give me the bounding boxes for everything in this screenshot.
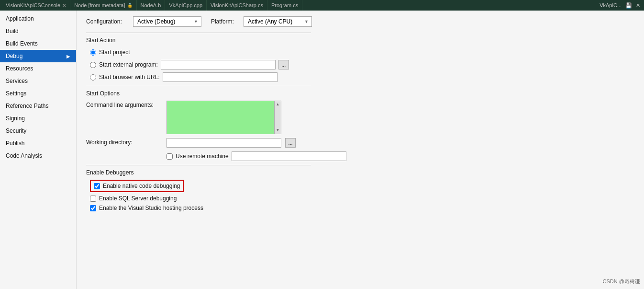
vs-hosting-checkbox[interactable] bbox=[90, 205, 96, 211]
chevron-down-icon: ▼ bbox=[193, 19, 199, 24]
radio-start-external-label: Start external program: bbox=[99, 61, 158, 68]
remote-machine-label: Use remote machine bbox=[176, 153, 229, 160]
browse-external-button[interactable]: ... bbox=[278, 60, 289, 69]
remote-machine-checkbox[interactable] bbox=[167, 153, 173, 160]
sidebar-item-label: Reference Paths bbox=[6, 103, 48, 109]
native-debug-label: Enable native code debugging bbox=[103, 183, 180, 189]
config-select-value: Active (Debug) bbox=[135, 18, 193, 25]
radio-start-project[interactable] bbox=[90, 49, 96, 56]
sidebar-item-label: Build bbox=[6, 28, 19, 35]
sidebar-item-label: Application bbox=[6, 15, 34, 22]
tab-label: VisionKitApiCSConsole bbox=[6, 2, 60, 8]
sql-debug-label: Enable SQL Server debugging bbox=[99, 195, 177, 202]
remote-machine-input[interactable] bbox=[232, 151, 346, 161]
sidebar-item-signing[interactable]: Signing bbox=[0, 112, 76, 125]
start-external-input[interactable] bbox=[161, 60, 276, 69]
tab-visionkit[interactable]: VisionKitApiCSConsole ✕ bbox=[2, 0, 70, 11]
working-dir-input[interactable] bbox=[167, 138, 281, 148]
scroll-up-icon[interactable]: ▲ bbox=[276, 101, 280, 108]
command-line-label: Command line arguments: bbox=[86, 101, 163, 108]
tab-label: VisionKitApiCSharp.cs bbox=[211, 2, 263, 8]
close-icon[interactable]: ✕ bbox=[636, 2, 640, 9]
sidebar-item-label: Publish bbox=[6, 140, 24, 147]
content-panel: Configuration: Active (Debug) ▼ Platform… bbox=[77, 11, 644, 289]
sidebar-item-code-analysis[interactable]: Code Analysis bbox=[0, 150, 76, 162]
save-icon[interactable]: 💾 bbox=[625, 2, 632, 9]
working-dir-label: Working directory: bbox=[86, 138, 163, 146]
sidebar-item-label: Resources bbox=[6, 65, 33, 72]
debuggers-section: Enable native code debugging Enable SQL … bbox=[90, 180, 634, 211]
start-browser-input[interactable] bbox=[163, 72, 278, 82]
sidebar-item-label: Build Events bbox=[6, 40, 38, 47]
sql-debug-checkbox[interactable] bbox=[90, 196, 96, 202]
sidebar: Application Build Build Events Debug ▶ R… bbox=[0, 11, 77, 289]
divider-middle bbox=[86, 86, 311, 86]
main-container: Application Build Build Events Debug ▶ R… bbox=[0, 11, 644, 289]
sidebar-item-label: Services bbox=[6, 78, 28, 84]
sidebar-item-label: Settings bbox=[6, 90, 26, 97]
radio-start-external[interactable] bbox=[90, 62, 96, 68]
sidebar-item-settings[interactable]: Settings bbox=[0, 87, 76, 100]
tab-label: Node [from metadata] bbox=[74, 2, 125, 8]
platform-label: Platform: bbox=[211, 18, 240, 25]
watermark: CSDN @奇树谦 bbox=[603, 278, 640, 285]
sidebar-item-resources[interactable]: Resources bbox=[0, 62, 76, 75]
native-debug-highlight: Enable native code debugging bbox=[90, 180, 184, 192]
tab-programcs[interactable]: Program.cs bbox=[267, 0, 302, 11]
vs-hosting-row: Enable the Visual Studio hosting process bbox=[90, 205, 634, 211]
native-debug-container: Enable native code debugging bbox=[90, 180, 634, 192]
sidebar-item-label: Debug bbox=[6, 53, 22, 59]
vs-hosting-label: Enable the Visual Studio hosting process bbox=[99, 205, 203, 211]
radio-row-start-browser: Start browser with URL: bbox=[90, 72, 634, 82]
scroll-down-icon[interactable]: ▼ bbox=[276, 127, 280, 134]
radio-start-project-label: Start project bbox=[99, 49, 130, 56]
sidebar-item-build-events[interactable]: Build Events bbox=[0, 37, 76, 50]
tab-bar: VisionKitApiCSConsole ✕ Node [from metad… bbox=[2, 0, 600, 11]
scrollbar[interactable]: ▲ ▼ bbox=[274, 101, 281, 134]
arrow-icon: ▶ bbox=[67, 54, 70, 59]
chevron-down-icon: ▼ bbox=[303, 19, 310, 24]
configuration-select[interactable]: Active (Debug) ▼ bbox=[133, 16, 201, 27]
native-debug-checkbox[interactable] bbox=[94, 183, 100, 189]
tab-vkapicpp[interactable]: VkApiCpp.cpp bbox=[165, 0, 207, 11]
sidebar-item-debug[interactable]: Debug ▶ bbox=[0, 50, 76, 62]
enable-debuggers-title: Enable Debuggers bbox=[86, 169, 634, 176]
platform-select[interactable]: Active (Any CPU) ▼ bbox=[244, 16, 312, 27]
divider-bottom bbox=[86, 165, 311, 165]
title-bar: VisionKitApiCSConsole ✕ Node [from metad… bbox=[0, 0, 644, 11]
sidebar-item-label: Security bbox=[6, 127, 26, 134]
sidebar-item-build[interactable]: Build bbox=[0, 25, 76, 37]
sidebar-item-services[interactable]: Services bbox=[0, 75, 76, 87]
sidebar-item-reference-paths[interactable]: Reference Paths bbox=[0, 100, 76, 112]
tab-label: VkApiCpp.cpp bbox=[169, 2, 202, 8]
start-action-title: Start Action bbox=[86, 37, 634, 44]
config-row: Configuration: Active (Debug) ▼ Platform… bbox=[86, 16, 634, 27]
platform-select-value: Active (Any CPU) bbox=[246, 18, 303, 25]
sidebar-item-application[interactable]: Application bbox=[0, 12, 76, 25]
command-line-row: Command line arguments: ▲ ▼ bbox=[86, 101, 634, 134]
sidebar-item-label: Code Analysis bbox=[6, 152, 42, 159]
radio-row-start-project: Start project bbox=[90, 47, 634, 57]
start-options-title: Start Options bbox=[86, 90, 634, 97]
start-options-section: Command line arguments: ▲ ▼ Working dire… bbox=[86, 101, 634, 161]
radio-row-start-external: Start external program: ... bbox=[90, 60, 634, 69]
command-line-textarea[interactable]: ▲ ▼ bbox=[167, 101, 281, 134]
radio-start-browser-label: Start browser with URL: bbox=[99, 74, 160, 81]
sidebar-item-label: Signing bbox=[6, 115, 25, 122]
lock-icon: 🔒 bbox=[127, 3, 133, 8]
tab-node[interactable]: Node [from metadata] 🔒 bbox=[70, 0, 136, 11]
tab-nodea[interactable]: NodeA.h bbox=[137, 0, 166, 11]
divider-top bbox=[86, 33, 311, 33]
working-dir-row: Working directory: ... bbox=[86, 138, 634, 148]
config-label: Configuration: bbox=[86, 18, 129, 25]
browse-dir-button[interactable]: ... bbox=[285, 138, 296, 148]
tab-label: Program.cs bbox=[271, 2, 298, 8]
tab-visionkitcsharp[interactable]: VisionKitApiCSharp.cs bbox=[207, 0, 267, 11]
start-action-group: Start project Start external program: ..… bbox=[90, 47, 634, 82]
tab-close-icon[interactable]: ✕ bbox=[62, 3, 66, 8]
sidebar-item-publish[interactable]: Publish bbox=[0, 137, 76, 150]
remote-machine-row: Use remote machine bbox=[167, 151, 634, 161]
sidebar-item-security[interactable]: Security bbox=[0, 125, 76, 137]
tab-label: NodeA.h bbox=[141, 2, 161, 8]
radio-start-browser[interactable] bbox=[90, 74, 96, 81]
